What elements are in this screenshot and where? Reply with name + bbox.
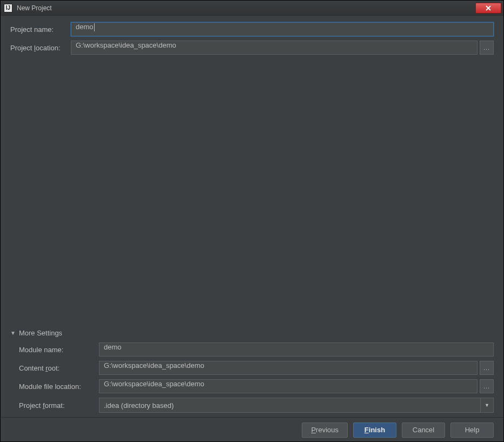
project-format-value: .idea (directory based) [104, 401, 174, 410]
more-settings-toggle[interactable]: ▼ More Settings [10, 329, 494, 337]
content-area: Project name: demo Project location: G:\… [1, 16, 503, 417]
more-settings-panel: Module name: demo Content root: G:\works… [10, 342, 494, 417]
close-icon [485, 5, 492, 11]
close-button[interactable] [475, 3, 501, 14]
project-name-label: Project name: [10, 25, 71, 34]
help-button[interactable]: Help [450, 423, 494, 438]
module-name-row: Module name: demo [19, 342, 494, 357]
chevron-down-icon: ▼ [10, 330, 16, 336]
project-name-input[interactable]: demo [71, 22, 494, 36]
previous-button[interactable]: Previous [302, 423, 348, 438]
button-bar: Previous Finish Cancel Help [1, 417, 503, 442]
module-name-label: Module name: [19, 346, 99, 354]
ellipsis-icon: ... [483, 383, 490, 390]
text-caret [94, 23, 95, 31]
module-file-location-row: Module file location: G:\workspace\idea_… [19, 379, 494, 393]
project-format-combobox[interactable]: .idea (directory based) ▼ [99, 398, 494, 413]
project-location-label: Project location: [10, 44, 71, 52]
app-icon: IJ [4, 4, 12, 12]
more-settings-label: More Settings [19, 329, 62, 337]
module-file-location-label: Module file location: [19, 382, 99, 391]
module-file-location-browse-button[interactable]: ... [480, 379, 494, 393]
content-root-browse-button[interactable]: ... [480, 361, 494, 375]
project-location-row: Project location: G:\workspace\idea_spac… [10, 41, 494, 55]
project-location-browse-button[interactable]: ... [480, 41, 494, 55]
project-location-input[interactable]: G:\workspace\idea_space\demo [71, 41, 478, 55]
project-format-label: Project format: [19, 401, 99, 410]
ellipsis-icon: ... [483, 365, 490, 371]
module-file-location-input[interactable]: G:\workspace\idea_space\demo [99, 379, 478, 393]
window-title: New Project [17, 4, 52, 12]
project-format-row: Project format: .idea (directory based) … [19, 398, 494, 413]
content-root-row: Content root: G:\workspace\idea_space\de… [19, 361, 494, 375]
cancel-button[interactable]: Cancel [402, 423, 445, 438]
titlebar: IJ New Project [1, 1, 503, 16]
chevron-down-icon: ▼ [480, 398, 493, 412]
finish-button[interactable]: Finish [353, 423, 396, 438]
ellipsis-icon: ... [483, 44, 490, 51]
project-name-row: Project name: demo [10, 22, 494, 36]
module-name-input[interactable]: demo [99, 342, 494, 357]
content-root-label: Content root: [19, 364, 99, 372]
content-root-input[interactable]: G:\workspace\idea_space\demo [99, 361, 478, 375]
